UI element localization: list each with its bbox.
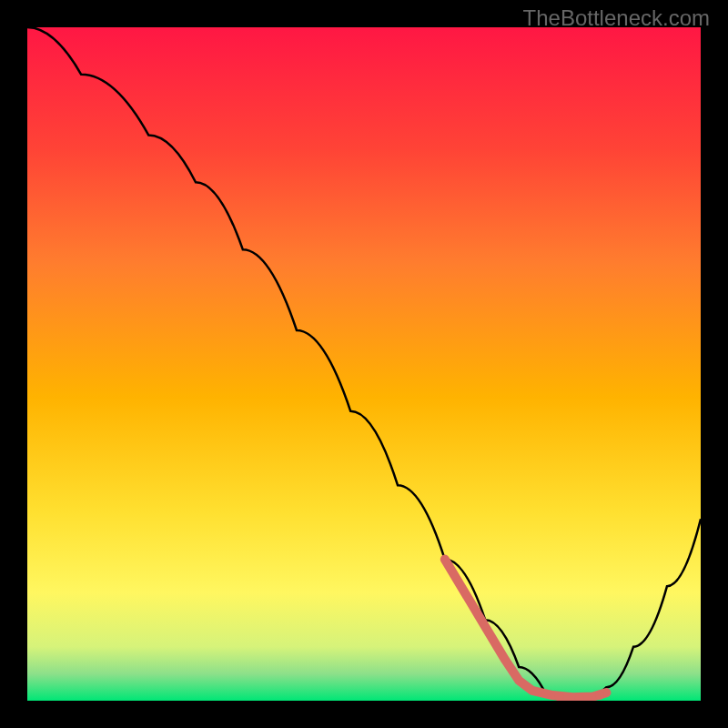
chart-container: TheBottleneck.com: [0, 0, 728, 728]
bottleneck-curve: [27, 27, 701, 701]
plot-area: [27, 27, 701, 701]
svg-point-3: [595, 691, 604, 700]
watermark-text: TheBottleneck.com: [523, 5, 710, 31]
curve-layer: [27, 27, 701, 701]
